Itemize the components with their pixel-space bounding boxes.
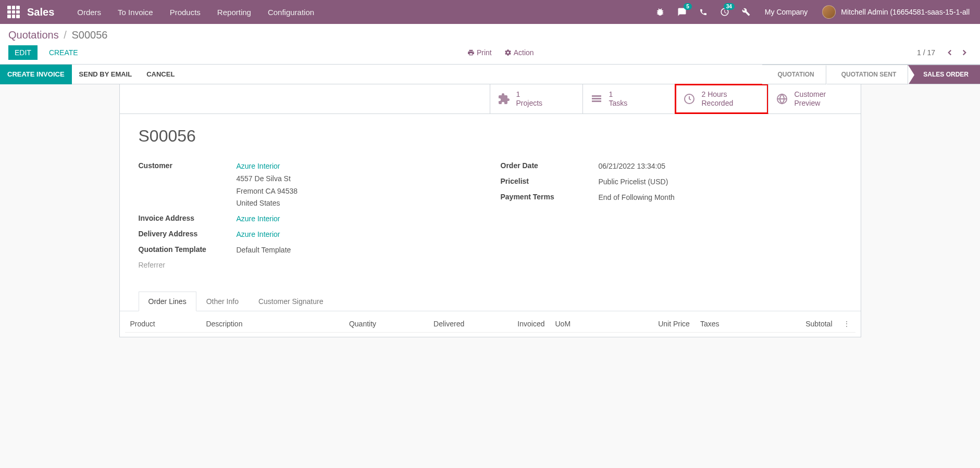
label-referrer: Referrer [139, 260, 237, 269]
activities-icon[interactable]: 34 [714, 0, 736, 24]
print-button[interactable]: Print [467, 48, 492, 57]
breadcrumb-root[interactable]: Quotations [8, 29, 59, 41]
pager-text: 1 / 17 [917, 48, 935, 57]
chevron-left-icon [945, 48, 954, 57]
form-sheet: 1 Projects 1 Tasks 2 Hours Recorded [119, 84, 861, 337]
nav-products[interactable]: Products [162, 0, 209, 24]
status-quotation[interactable]: QUOTATION [762, 65, 826, 84]
label-quotation-template: Quotation Template [139, 244, 237, 257]
value-pricelist: Public Pricelist (USD) [599, 176, 842, 188]
app-brand[interactable]: Sales [27, 6, 54, 18]
label-order-date: Order Date [501, 160, 599, 173]
create-invoice-button[interactable]: CREATE INVOICE [0, 65, 72, 84]
col-delivered[interactable]: Delivered [381, 315, 469, 333]
tab-other-info[interactable]: Other Info [196, 292, 249, 311]
chevron-right-icon [960, 48, 969, 57]
globe-icon [776, 93, 788, 105]
send-email-button[interactable]: SEND BY EMAIL [72, 65, 140, 84]
col-uom[interactable]: UoM [550, 315, 605, 333]
nav-to-invoice[interactable]: To Invoice [109, 0, 162, 24]
nav-configuration[interactable]: Configuration [259, 0, 322, 24]
messages-badge: 5 [684, 3, 692, 10]
debug-icon[interactable] [649, 0, 671, 24]
label-invoice-address: Invoice Address [139, 213, 237, 225]
breadcrumb: Quotations / S00056 [8, 29, 972, 41]
gear-icon [504, 49, 512, 56]
value-quotation-template: Default Template [237, 244, 480, 257]
puzzle-icon [498, 93, 510, 105]
status-quotation-sent[interactable]: QUOTATION SENT [826, 65, 908, 84]
tasks-icon [590, 93, 603, 105]
phone-icon[interactable] [693, 0, 714, 24]
customer-link[interactable]: Azure Interior [237, 162, 280, 170]
activities-badge: 34 [724, 3, 735, 10]
label-customer: Customer [139, 160, 237, 210]
status-sales-order[interactable]: SALES ORDER [908, 65, 980, 84]
user-name: Mitchell Admin (16654581-saas-15-1-all [841, 8, 970, 16]
nav-orders[interactable]: Orders [69, 0, 109, 24]
tab-order-lines[interactable]: Order Lines [139, 292, 196, 311]
stat-tasks[interactable]: 1 Tasks [582, 84, 675, 113]
pager-prev[interactable] [942, 45, 957, 60]
tools-icon[interactable] [736, 0, 756, 24]
col-invoiced[interactable]: Invoiced [469, 315, 550, 333]
breadcrumb-current: S00056 [71, 29, 107, 41]
value-payment-terms: End of Following Month [599, 192, 842, 204]
col-product[interactable]: Product [125, 315, 201, 333]
control-panel: Quotations / S00056 EDIT CREATE Print Ac… [0, 24, 980, 65]
avatar [822, 5, 836, 19]
col-menu-icon[interactable]: ⋮ [838, 315, 855, 333]
value-order-date: 06/21/2022 13:34:05 [599, 160, 842, 173]
label-pricelist: Pricelist [501, 176, 599, 188]
col-taxes[interactable]: Taxes [695, 315, 758, 333]
col-unit-price[interactable]: Unit Price [605, 315, 694, 333]
nav-reporting[interactable]: Reporting [209, 0, 259, 24]
action-button[interactable]: Action [504, 48, 534, 57]
print-icon [467, 49, 475, 56]
record-title: S00056 [139, 127, 842, 146]
stat-customer-preview[interactable]: Customer Preview [768, 84, 861, 113]
delivery-address-link[interactable]: Azure Interior [237, 230, 280, 238]
messages-icon[interactable]: 5 [671, 0, 693, 24]
form-left: Customer Azure Interior 4557 De Silva St… [139, 160, 480, 272]
edit-button[interactable]: EDIT [8, 45, 38, 60]
apps-icon[interactable] [7, 6, 20, 18]
company-selector[interactable]: My Company [756, 8, 816, 16]
create-button[interactable]: CREATE [43, 45, 84, 60]
user-menu[interactable]: Mitchell Admin (16654581-saas-15-1-all [816, 5, 976, 19]
cancel-button[interactable]: CANCEL [139, 65, 182, 84]
col-quantity[interactable]: Quantity [301, 315, 381, 333]
form-tabs: Order Lines Other Info Customer Signatur… [120, 291, 861, 311]
label-payment-terms: Payment Terms [501, 192, 599, 204]
top-navbar: Sales Orders To Invoice Products Reporti… [0, 0, 980, 24]
tab-customer-signature[interactable]: Customer Signature [249, 292, 333, 311]
statusbar: CREATE INVOICE SEND BY EMAIL CANCEL QUOT… [0, 65, 980, 84]
col-description[interactable]: Description [201, 315, 301, 333]
stat-projects[interactable]: 1 Projects [490, 84, 582, 113]
invoice-address-link[interactable]: Azure Interior [237, 214, 280, 223]
col-subtotal[interactable]: Subtotal [758, 315, 838, 333]
pager-next[interactable] [957, 45, 972, 60]
label-delivery-address: Delivery Address [139, 229, 237, 241]
stat-hours-recorded[interactable]: 2 Hours Recorded [675, 84, 768, 113]
clock-icon [683, 93, 696, 105]
form-right: Order Date 06/21/2022 13:34:05 Pricelist… [501, 160, 842, 272]
stat-button-box: 1 Projects 1 Tasks 2 Hours Recorded [120, 84, 861, 114]
order-lines-table: Product Description Quantity Delivered I… [125, 315, 855, 333]
